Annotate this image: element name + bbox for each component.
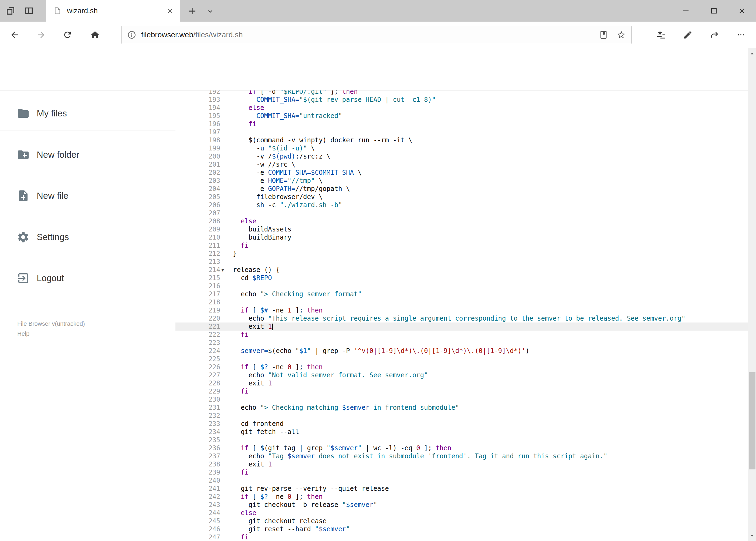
code-line[interactable]: 215 cd $REPO xyxy=(175,274,748,282)
scrollbar-thumb[interactable] xyxy=(749,372,755,469)
code-line[interactable]: 240 xyxy=(175,476,748,485)
browser-tab[interactable]: wizard.sh xyxy=(46,0,180,22)
code-line[interactable]: 218 xyxy=(175,298,748,306)
forward-icon[interactable] xyxy=(36,30,46,40)
line-number: 236 xyxy=(175,444,220,452)
code-line[interactable]: 198 $(command -v winpty) docker run --rm… xyxy=(175,136,748,144)
reading-view-icon[interactable] xyxy=(599,30,608,39)
code-line[interactable]: 204 -e GOPATH=//tmp/gopath \ xyxy=(175,185,748,193)
fold-marker-icon[interactable]: ▾ xyxy=(221,266,224,274)
code-line[interactable]: 194 else xyxy=(175,104,748,112)
code-line[interactable]: 224 semver=$(echo "$1" | grep -P '^v(0|[… xyxy=(175,347,748,355)
favorite-star-icon[interactable] xyxy=(617,30,626,39)
new-tab-button[interactable] xyxy=(187,6,197,16)
code-text: git checkout release xyxy=(233,517,327,525)
code-text: fi xyxy=(233,387,249,395)
code-line[interactable]: 237 echo "Tag $semver does not exist in … xyxy=(175,452,748,460)
code-line[interactable]: 247 fi xyxy=(175,533,748,541)
tab-preview-icon[interactable] xyxy=(23,5,35,16)
code-line[interactable]: 199 -u "$(id -u)" \ xyxy=(175,144,748,152)
code-line[interactable]: 201 -w //src \ xyxy=(175,161,748,169)
code-line[interactable]: 238 exit 1 xyxy=(175,460,748,468)
code-line[interactable]: 208 else xyxy=(175,217,748,225)
code-editor[interactable]: 192 if [ -d "$REPO/.git" ]; then193 COMM… xyxy=(175,91,748,541)
code-line[interactable]: 203 -e HOME="//tmp" \ xyxy=(175,177,748,185)
more-icon[interactable] xyxy=(736,30,746,40)
code-line[interactable]: 192 if [ -d "$REPO/.git" ]; then xyxy=(175,91,748,96)
line-number: 241 xyxy=(175,485,220,493)
code-line[interactable]: 220 echo "This release script requires a… xyxy=(175,314,748,322)
code-line[interactable]: 235 xyxy=(175,436,748,444)
minimize-button[interactable] xyxy=(672,0,700,22)
scroll-up-icon[interactable] xyxy=(749,50,755,56)
code-line[interactable]: 214▾release () { xyxy=(175,266,748,274)
code-text: filebrowser/dev \ xyxy=(233,193,323,201)
code-line[interactable]: 244 else xyxy=(175,509,748,517)
code-line[interactable]: 197 xyxy=(175,128,748,136)
code-line[interactable]: 195 COMMIT_SHA="untracked" xyxy=(175,112,748,120)
code-line[interactable]: 221 exit 1 xyxy=(175,322,748,330)
code-line[interactable]: 223 xyxy=(175,339,748,347)
line-number: 193 xyxy=(175,96,220,104)
code-line[interactable]: 226 if [ $? -ne 0 ]; then xyxy=(175,363,748,371)
code-line[interactable]: 212} xyxy=(175,250,748,258)
code-line[interactable]: 205 filebrowser/dev \ xyxy=(175,193,748,201)
code-line[interactable]: 246 git reset --hard "$semver" xyxy=(175,525,748,533)
tab-list-chevron-icon[interactable] xyxy=(206,7,214,15)
code-line[interactable]: 196 fi xyxy=(175,120,748,128)
code-line[interactable]: 230 xyxy=(175,395,748,403)
help-link[interactable]: Help xyxy=(17,329,85,339)
code-line[interactable]: 234 git fetch --all xyxy=(175,428,748,436)
code-line[interactable]: 241 git rev-parse --verify --quiet relea… xyxy=(175,485,748,493)
hub-icon[interactable] xyxy=(656,30,666,40)
share-icon[interactable] xyxy=(710,30,719,40)
refresh-icon[interactable] xyxy=(63,30,72,40)
code-line[interactable]: 219 if [ $# -ne 1 ]; then xyxy=(175,306,748,314)
line-number: 246 xyxy=(175,525,220,533)
maximize-button[interactable] xyxy=(700,0,728,22)
code-line[interactable]: 200 -v /$(pwd):/src:z \ xyxy=(175,152,748,161)
code-line[interactable]: 243 git checkout -b release "$semver" xyxy=(175,501,748,509)
back-icon[interactable] xyxy=(10,30,19,40)
code-line[interactable]: 193 COMMIT_SHA="$(git rev-parse HEAD | c… xyxy=(175,96,748,104)
code-line[interactable]: 231 echo "> Checking matching $semver in… xyxy=(175,403,748,412)
tab-close-icon[interactable] xyxy=(166,7,173,14)
web-note-icon[interactable] xyxy=(683,30,692,40)
code-line[interactable]: 216 xyxy=(175,282,748,290)
code-line[interactable]: 210 buildBinary xyxy=(175,234,748,242)
line-number: 229 xyxy=(175,387,220,395)
code-line[interactable]: 229 fi xyxy=(175,387,748,395)
code-line[interactable]: 232 xyxy=(175,412,748,420)
code-line[interactable]: 211 fi xyxy=(175,242,748,250)
code-line[interactable]: 217 echo "> Checking semver format" xyxy=(175,290,748,298)
code-text: else xyxy=(233,104,264,112)
code-line[interactable]: 236 if [ $(git tag | grep "$semver" | wc… xyxy=(175,444,748,452)
address-bar[interactable]: filebrowser.web/files/wizard.sh xyxy=(122,26,631,44)
code-line[interactable]: 206 sh -c "./wizard.sh -b" xyxy=(175,201,748,209)
code-line[interactable]: 233 cd frontend xyxy=(175,420,748,428)
code-line[interactable]: 225 xyxy=(175,355,748,363)
sidebar-item-new-file[interactable]: New file xyxy=(0,175,175,216)
sidebar-item-my-files[interactable]: My files xyxy=(0,93,175,134)
code-line[interactable]: 213 xyxy=(175,258,748,266)
code-line[interactable]: 202 -e COMMIT_SHA=$COMMIT_SHA \ xyxy=(175,169,748,177)
code-line[interactable]: 245 git checkout release xyxy=(175,517,748,525)
close-button[interactable] xyxy=(728,0,756,22)
sidebar-item-logout[interactable]: Logout xyxy=(0,258,175,299)
scroll-down-icon[interactable] xyxy=(749,533,755,539)
code-line[interactable]: 227 echo "Not valid semver format. See s… xyxy=(175,371,748,379)
home-icon[interactable] xyxy=(90,30,100,40)
page-scrollbar[interactable] xyxy=(748,48,756,541)
info-icon[interactable] xyxy=(127,30,136,39)
code-line[interactable]: 242 if [ $? -ne 0 ]; then xyxy=(175,493,748,501)
line-number: 225 xyxy=(175,355,220,363)
sidebar-item-settings[interactable]: Settings xyxy=(0,217,175,258)
tabs-aside-icon[interactable] xyxy=(5,5,16,16)
code-line[interactable]: 228 exit 1 xyxy=(175,379,748,387)
code-line[interactable]: 207 xyxy=(175,209,748,217)
code-line[interactable]: 222 fi xyxy=(175,330,748,339)
code-line[interactable]: 209 buildAssets xyxy=(175,225,748,234)
line-number: 224 xyxy=(175,347,220,355)
sidebar-item-new-folder[interactable]: New folder xyxy=(0,134,175,175)
code-line[interactable]: 239 fi xyxy=(175,468,748,476)
